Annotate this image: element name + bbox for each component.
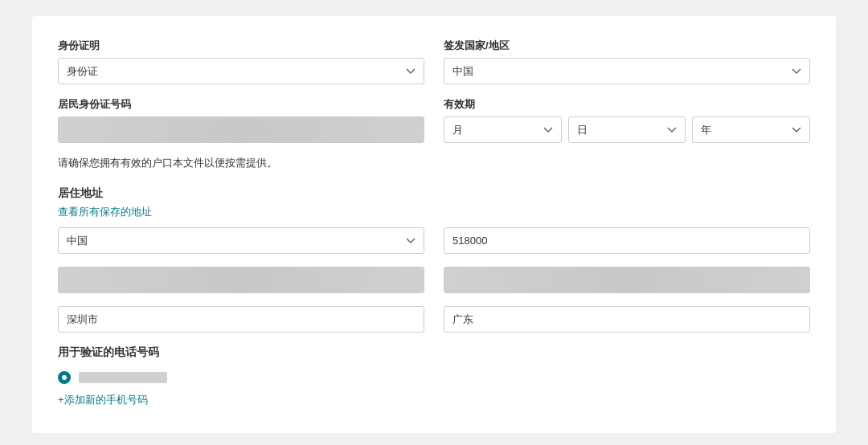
address-line1-group bbox=[58, 267, 424, 293]
issuing-country-label: 签发国家/地区 bbox=[444, 39, 810, 53]
province-group bbox=[444, 306, 810, 333]
postal-code-group bbox=[444, 227, 810, 254]
validity-day-select[interactable]: 日 bbox=[568, 116, 686, 143]
phone-number-blurred bbox=[79, 372, 167, 383]
validity-year-select[interactable]: 年 bbox=[692, 116, 810, 143]
address-country-group: 中国 bbox=[58, 227, 424, 254]
city-group bbox=[58, 306, 424, 333]
add-phone-link[interactable]: +添加新的手机号码 bbox=[58, 394, 148, 406]
id-number-input[interactable] bbox=[58, 116, 424, 143]
issuing-country-select[interactable]: 中国 bbox=[444, 58, 810, 84]
saved-address-link[interactable]: 查看所有保存的地址 bbox=[58, 205, 152, 219]
validity-label: 有效期 bbox=[444, 97, 810, 112]
address-line1-input[interactable] bbox=[58, 267, 424, 293]
address-section: 居住地址 查看所有保存的地址 中国 bbox=[58, 186, 810, 333]
notice-text: 请确保您拥有有效的户口本文件以便按需提供。 bbox=[58, 156, 810, 170]
phone-section: 用于验证的电话号码 +添加新的手机号码 bbox=[58, 345, 810, 407]
validity-month-select[interactable]: 月 bbox=[444, 116, 562, 143]
phone-radio[interactable] bbox=[58, 371, 71, 384]
city-input[interactable] bbox=[58, 306, 424, 333]
issuing-country-group: 签发国家/地区 中国 bbox=[444, 39, 810, 84]
phone-section-title: 用于验证的电话号码 bbox=[58, 345, 810, 360]
address-country-select[interactable]: 中国 bbox=[58, 227, 424, 254]
province-input[interactable] bbox=[444, 306, 810, 333]
validity-group: 有效期 月 日 年 bbox=[444, 97, 810, 143]
address-title: 居住地址 bbox=[58, 186, 810, 201]
id-type-group: 身份证明 身份证 bbox=[58, 39, 424, 84]
id-number-label: 居民身份证号码 bbox=[58, 97, 424, 112]
address-line2-input[interactable] bbox=[444, 267, 810, 293]
id-number-group: 居民身份证号码 bbox=[58, 97, 424, 143]
phone-option bbox=[58, 371, 810, 384]
id-type-label: 身份证明 bbox=[58, 39, 424, 53]
address-line2-group bbox=[444, 267, 810, 293]
postal-code-input[interactable] bbox=[444, 227, 810, 254]
validity-selects: 月 日 年 bbox=[444, 116, 810, 143]
id-type-select[interactable]: 身份证 bbox=[58, 58, 424, 84]
